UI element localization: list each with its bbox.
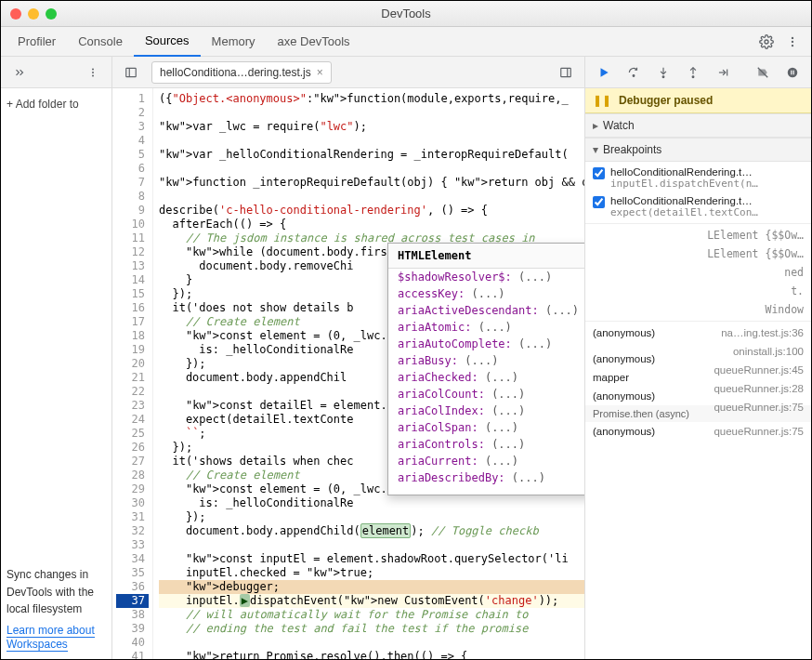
scope-variable[interactable]: ned: [585, 263, 811, 282]
sources-toolbar: helloConditiona…dering.test.js ×: [1, 57, 811, 88]
breakpoint-item[interactable]: helloConditionalRendering.t…inputEl.disp…: [585, 164, 811, 192]
tooltip-property[interactable]: ariaChecked: (...): [388, 369, 584, 386]
add-folder-button[interactable]: + Add folder to: [7, 96, 106, 116]
debugger-banner-text: Debugger paused: [619, 94, 713, 107]
panel-tabs: ProfilerConsoleSourcesMemoryaxe DevTools: [1, 27, 811, 57]
step-into-button[interactable]: [652, 61, 674, 84]
tooltip-property[interactable]: ariaColCount: (...): [388, 386, 584, 403]
tooltip-property[interactable]: ariaColIndex: (...): [388, 403, 584, 419]
tab-profiler[interactable]: Profiler: [7, 27, 67, 57]
svg-point-3: [792, 44, 793, 46]
tab-axe-devtools[interactable]: axe DevTools: [267, 27, 361, 57]
svg-point-20: [788, 67, 798, 77]
scope-variable[interactable]: LElement {$$Ow…: [585, 226, 811, 244]
svg-rect-9: [561, 68, 571, 76]
kebab-menu-icon[interactable]: [781, 31, 804, 53]
gutter[interactable]: 1234567891011121314151617181920212223242…: [112, 88, 153, 659]
svg-rect-22: [793, 70, 794, 74]
value-tooltip[interactable]: HTMLElement $shadowResolver$: (...)acces…: [387, 243, 584, 495]
toggle-navigator-icon[interactable]: [120, 61, 142, 84]
svg-point-12: [633, 74, 635, 76]
pause-on-exceptions-button[interactable]: [781, 61, 804, 84]
step-button[interactable]: [712, 61, 734, 84]
svg-rect-21: [791, 70, 792, 74]
nav-kebab-icon[interactable]: [82, 61, 104, 84]
tooltip-property[interactable]: accessKey: (...): [388, 285, 584, 302]
svg-point-0: [765, 40, 768, 44]
svg-marker-11: [601, 68, 609, 76]
scope-variable[interactable]: Window: [585, 300, 811, 319]
file-tab[interactable]: helloConditiona…dering.test.js ×: [151, 61, 332, 84]
debugger-banner: ❚❚ Debugger paused: [585, 88, 811, 113]
navigator-pane: + Add folder to Sync changes in DevTools…: [1, 88, 112, 659]
svg-point-14: [662, 75, 664, 77]
callstack-frame[interactable]: oninstall.js:100: [585, 342, 811, 350]
svg-rect-7: [126, 68, 137, 76]
svg-point-1: [792, 36, 793, 38]
breakpoint-list: helloConditionalRendering.t…inputEl.disp…: [585, 162, 811, 223]
close-tab-icon[interactable]: ×: [317, 66, 323, 79]
sync-description: Sync changes in DevTools with the local …: [7, 566, 106, 618]
resume-button[interactable]: [593, 61, 615, 84]
scope-list: LElement {$$Ow…LElement {$$Ow…nedt.Windo…: [585, 223, 811, 321]
callstack-list: (anonymous)na…ing.test.js:36oninstall.js…: [585, 321, 811, 442]
tooltip-property[interactable]: ariaAtomic: (...): [388, 319, 584, 336]
tooltip-header: HTMLElement: [388, 244, 584, 269]
titlebar: DevTools: [1, 1, 811, 27]
code-editor[interactable]: 1234567891011121314151617181920212223242…: [112, 88, 584, 659]
highlighted-token[interactable]: element: [360, 523, 412, 538]
tooltip-property[interactable]: ariaAutoComplete: (...): [388, 336, 584, 352]
tooltip-property[interactable]: ariaCurrent: (...): [388, 453, 584, 469]
show-navigator-icon[interactable]: [8, 61, 31, 84]
breakpoint-checkbox[interactable]: [593, 196, 605, 208]
close-window[interactable]: [10, 8, 21, 20]
tooltip-property[interactable]: ariaColSpan: (...): [388, 419, 584, 436]
callstack-frame[interactable]: (anonymous)na…ing.test.js:36: [585, 323, 811, 342]
tooltip-property[interactable]: ariaBusy: (...): [388, 352, 584, 369]
toggle-debugger-icon[interactable]: [555, 61, 577, 84]
callstack-frame[interactable]: (anonymous)queueRunner.js:75: [585, 422, 811, 441]
pause-icon: ❚❚: [593, 94, 611, 107]
breakpoint-item[interactable]: helloConditionalRendering.t…expect(detai…: [585, 192, 811, 221]
scope-variable[interactable]: t.: [585, 282, 811, 300]
watch-section[interactable]: ▸Watch: [585, 113, 811, 138]
breakpoints-section[interactable]: ▾Breakpoints: [585, 138, 811, 162]
scope-variable[interactable]: LElement {$$Ow…: [585, 244, 811, 263]
tab-memory[interactable]: Memory: [201, 27, 267, 57]
svg-point-5: [92, 72, 94, 73]
file-tab-name: helloConditiona…dering.test.js: [160, 66, 311, 79]
zoom-window[interactable]: [46, 8, 57, 20]
tooltip-property[interactable]: ariaActiveDescendant: (...): [388, 302, 584, 319]
step-over-button[interactable]: [622, 61, 645, 84]
learn-more-link[interactable]: Learn more about: [7, 624, 95, 638]
step-out-button[interactable]: [682, 61, 704, 84]
minimize-window[interactable]: [28, 8, 39, 20]
window-controls: [1, 8, 57, 20]
breakpoint-checkbox[interactable]: [593, 167, 605, 179]
tooltip-property[interactable]: $shadowResolver$: (...): [388, 269, 584, 285]
gear-icon[interactable]: [755, 31, 778, 53]
debugger-pane: ❚❚ Debugger paused ▸Watch ▾Breakpoints h…: [584, 88, 811, 659]
tab-console[interactable]: Console: [67, 27, 134, 57]
tooltip-property[interactable]: ariaDescribedBy: (...): [388, 469, 584, 486]
svg-point-6: [92, 74, 94, 76]
tooltip-property[interactable]: ariaControls: (...): [388, 436, 584, 453]
window-title: DevTools: [381, 7, 430, 20]
svg-point-4: [92, 68, 94, 70]
workspaces-link[interactable]: Workspaces: [7, 638, 68, 652]
svg-point-16: [692, 75, 694, 77]
svg-point-2: [792, 40, 793, 42]
tab-sources[interactable]: Sources: [134, 27, 201, 57]
deactivate-breakpoints-button[interactable]: [752, 61, 774, 84]
